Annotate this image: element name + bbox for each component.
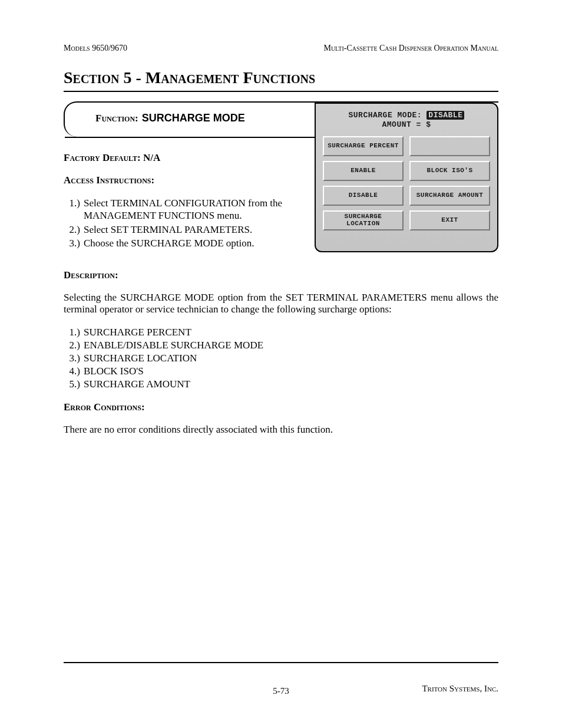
- terminal-mode-label: SURCHARGE MODE:: [349, 111, 422, 120]
- list-item: 1.) Select TERMINAL CONFIGURATION from t…: [64, 197, 309, 222]
- terminal-button-enable[interactable]: ENABLE: [323, 161, 404, 181]
- page-header: Models 9650/9670 Multi-Cassette Cash Dis…: [64, 44, 498, 53]
- description-label: Description:: [64, 269, 118, 281]
- list-item-text: SURCHARGE AMOUNT: [84, 378, 190, 391]
- list-item-text: SURCHARGE PERCENT: [84, 326, 191, 339]
- list-item-text: BLOCK ISO'S: [84, 365, 144, 378]
- error-conditions-paragraph: There are no error conditions directly a…: [64, 424, 498, 436]
- access-instructions-label: Access Instructions:: [64, 174, 154, 186]
- section-title: Section 5 - Management Functions: [64, 68, 498, 87]
- list-item-text: Choose the SURCHARGE MODE option.: [84, 237, 309, 249]
- list-item: 1.)SURCHARGE PERCENT: [64, 326, 498, 339]
- terminal-mode-value: DISABLE: [427, 111, 464, 120]
- terminal-amount-line: AMOUNT = $: [323, 120, 490, 130]
- terminal-button-exit[interactable]: EXIT: [409, 210, 490, 230]
- left-column: Factory Default: N/A Access Instructions…: [64, 152, 309, 251]
- terminal-button-blank[interactable]: [409, 136, 490, 156]
- error-conditions-label: Error Conditions:: [64, 401, 145, 413]
- list-item: 4.)BLOCK ISO'S: [64, 365, 498, 378]
- description-paragraph: Selecting the SURCHARGE MODE option from…: [64, 292, 498, 315]
- description-options-list: 1.)SURCHARGE PERCENT 2.)ENABLE/DISABLE S…: [64, 326, 498, 391]
- list-item: 2.) Select SET TERMINAL PARAMETERS.: [64, 223, 309, 236]
- factory-default-value: N/A: [143, 152, 160, 163]
- factory-default-label: Factory Default:: [64, 152, 141, 163]
- access-instructions-list: 1.) Select TERMINAL CONFIGURATION from t…: [64, 197, 309, 249]
- list-item-text: ENABLE/DISABLE SURCHARGE MODE: [84, 339, 263, 352]
- terminal-button-disable[interactable]: DISABLE: [323, 186, 404, 206]
- terminal-button-surcharge-percent[interactable]: SURCHARGE PERCENT: [323, 136, 404, 156]
- terminal-button-grid: SURCHARGE PERCENT ENABLE BLOCK ISO'S DIS…: [323, 136, 490, 230]
- list-item-text: Select SET TERMINAL PARAMETERS.: [84, 223, 309, 236]
- terminal-button-surcharge-amount[interactable]: SURCHARGE AMOUNT: [409, 186, 490, 206]
- list-item-text: Select TERMINAL CONFIGURATION from the M…: [84, 197, 309, 222]
- footer: Triton Systems, Inc. 5-73: [64, 684, 498, 694]
- footer-divider: [64, 662, 498, 663]
- list-item-text: SURCHARGE LOCATION: [84, 352, 197, 365]
- header-left: Models 9650/9670: [64, 44, 127, 53]
- terminal-button-surcharge-location[interactable]: SURCHARGE LOCATION: [323, 210, 404, 230]
- function-name: SURCHARGE MODE: [142, 112, 245, 124]
- terminal-header: SURCHARGE MODE: DISABLE AMOUNT = $: [323, 111, 490, 130]
- terminal-button-block-isos[interactable]: BLOCK ISO'S: [409, 161, 490, 181]
- divider: [64, 91, 498, 92]
- list-item: 3.)SURCHARGE LOCATION: [64, 352, 498, 365]
- page: Models 9650/9670 Multi-Cassette Cash Dis…: [0, 0, 562, 728]
- upper-block: Function: SURCHARGE MODE Factory Default…: [64, 98, 498, 254]
- list-item: 3.) Choose the SURCHARGE MODE option.: [64, 237, 309, 249]
- footer-page-number: 5-73: [64, 686, 498, 696]
- header-right: Multi-Cassette Cash Dispenser Operation …: [323, 44, 498, 53]
- body-text: Description: Selecting the SURCHARGE MOD…: [64, 269, 498, 436]
- list-item: 2.)ENABLE/DISABLE SURCHARGE MODE: [64, 339, 498, 352]
- terminal-screenshot: SURCHARGE MODE: DISABLE AMOUNT = $ SURCH…: [315, 103, 498, 252]
- function-label: Function:: [95, 113, 138, 124]
- list-item: 5.)SURCHARGE AMOUNT: [64, 378, 498, 391]
